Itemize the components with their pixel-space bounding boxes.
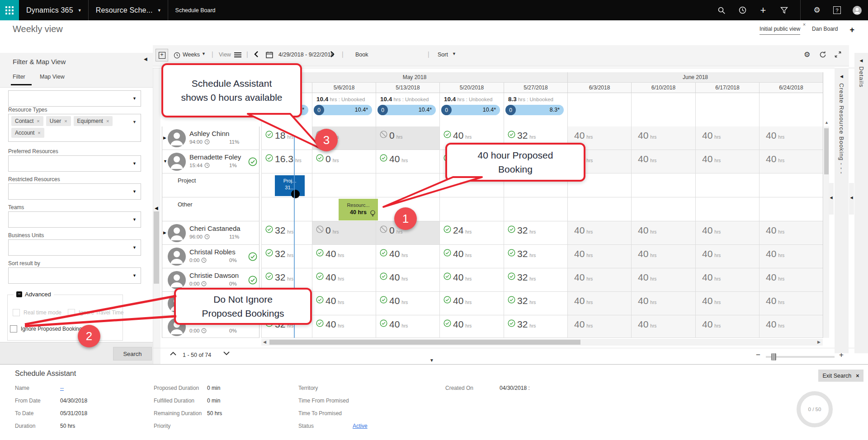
column-header-date[interactable]: 6/10/2018	[631, 83, 695, 93]
schedule-cell[interactable]: 40hrs	[695, 221, 759, 245]
schedule-cell[interactable]: 40hrs	[759, 245, 823, 268]
chevron-down-icon[interactable]: ▼	[157, 8, 161, 13]
group-row[interactable]: Project	[162, 173, 259, 197]
schedule-cell[interactable]: 40hrs	[312, 268, 376, 292]
schedule-cell[interactable]	[312, 173, 376, 197]
collapse-resource-icon[interactable]: ▼	[163, 159, 167, 164]
preferred-resources-select[interactable]: ▼	[8, 155, 141, 172]
schedule-cell[interactable]: 32hrs	[504, 315, 567, 338]
schedule-cell[interactable]	[504, 197, 567, 221]
schedule-cell[interactable]: 40hrs	[376, 292, 439, 315]
schedule-cell[interactable]: 32hrs	[504, 292, 567, 315]
book-button[interactable]: Book	[355, 51, 368, 58]
schedule-cell[interactable]: 40hrs	[759, 150, 823, 173]
teams-select[interactable]: ▼	[8, 211, 141, 228]
schedule-cell[interactable]: 0hrs	[312, 150, 376, 173]
schedule-cell[interactable]	[759, 197, 823, 221]
filter-combobox[interactable]: ▼	[8, 90, 141, 107]
resource-type-chip[interactable]: User×	[46, 116, 71, 126]
schedule-cell[interactable]: 40hrs	[631, 245, 695, 268]
zoom-out-icon[interactable]: −	[756, 351, 760, 360]
schedule-cell[interactable]: 40hrs	[695, 150, 759, 173]
user-avatar[interactable]	[853, 6, 862, 15]
schedule-cell[interactable]: 40hrs	[567, 268, 631, 292]
schedule-cell[interactable]: 18hrs	[261, 126, 312, 150]
expand-board-icon[interactable]: +	[156, 49, 168, 61]
schedule-cell[interactable]	[695, 197, 759, 221]
column-header-date[interactable]: 6/17/2018	[695, 83, 759, 93]
list-view-icon[interactable]	[234, 52, 241, 59]
schedule-cell[interactable]: 40hrs	[759, 126, 823, 150]
plus-icon[interactable]: +	[759, 6, 768, 15]
remove-chip-icon[interactable]: ×	[106, 118, 109, 124]
exit-search-button[interactable]: Exit Search ×	[818, 370, 863, 382]
schedule-cell[interactable]: 40hrs	[439, 268, 504, 292]
schedule-cell[interactable]: 16.3hrs	[261, 150, 312, 173]
column-header-date[interactable]: 6/24/2018	[759, 83, 823, 93]
schedule-cell[interactable]: 40hrs	[312, 245, 376, 268]
schedule-cell[interactable]: 32hrs	[504, 268, 567, 292]
zoom-slider-thumb[interactable]	[771, 353, 776, 360]
remove-chip-icon[interactable]: ×	[37, 118, 39, 124]
schedule-cell[interactable]: 40hrs	[631, 221, 695, 245]
add-board-tab-button[interactable]: +	[849, 25, 854, 35]
schedule-cell[interactable]: 40hrs	[439, 292, 504, 315]
schedule-cell[interactable]: 32hrs	[261, 245, 312, 268]
schedule-cell[interactable]	[376, 173, 439, 197]
schedule-cell[interactable]	[439, 197, 504, 221]
schedule-cell[interactable]: 40hrs	[376, 315, 439, 338]
schedule-cell[interactable]: 40hrs	[312, 292, 376, 315]
chevron-down-icon[interactable]: ▼	[452, 51, 456, 56]
view-button[interactable]: View	[219, 51, 231, 58]
business-units-select[interactable]: ▼	[8, 239, 141, 256]
expand-results-icon[interactable]	[223, 351, 230, 357]
schedule-cell[interactable]: 40hrs	[631, 315, 695, 338]
schedule-cell[interactable]: 0hrs	[376, 126, 439, 150]
help-icon[interactable]: ?	[833, 6, 841, 14]
rail-handle[interactable]: ◀	[849, 183, 854, 215]
restricted-resources-select[interactable]: ▼	[8, 183, 141, 200]
assistant-field-value-link[interactable]: Active	[353, 423, 368, 429]
details-rail[interactable]: ◀ Details	[854, 53, 868, 353]
scrollbar-thumb[interactable]	[824, 128, 829, 174]
create-resource-booking-rail[interactable]: ◀ Create Resource Booking - - -	[835, 68, 849, 353]
booking-block-proposed[interactable]: Resourc...40 hrs	[339, 199, 378, 220]
schedule-cell[interactable]: 40hrs	[631, 268, 695, 292]
schedule-cell[interactable]: 32hrs	[504, 245, 567, 268]
expand-resource-icon[interactable]: ▶	[163, 230, 166, 235]
previous-range-icon[interactable]	[254, 51, 259, 59]
schedule-cell[interactable]: 40hrs	[376, 268, 439, 292]
schedule-cell[interactable]: 40hrs	[439, 315, 504, 338]
advanced-legend[interactable]: − Advanced	[14, 291, 54, 298]
waffle-menu-icon[interactable]	[0, 0, 19, 20]
tab-map-view[interactable]: Map View	[40, 74, 65, 80]
collapse-advanced-icon[interactable]: −	[16, 291, 22, 297]
refresh-icon[interactable]	[819, 51, 826, 60]
resource-type-chip[interactable]: Account×	[11, 128, 44, 138]
resource-row[interactable]: Christal Robles0:00 0%	[162, 245, 259, 268]
scrollbar-thumb[interactable]	[154, 211, 159, 284]
search-button[interactable]: Search	[113, 347, 152, 360]
schedule-cell[interactable]: 40hrs	[695, 292, 759, 315]
schedule-cell[interactable]: 40hrs	[759, 292, 823, 315]
schedule-cell[interactable]: 40hrs	[695, 245, 759, 268]
schedule-cell[interactable]: 40hrs	[567, 245, 631, 268]
group-row[interactable]: Other	[162, 197, 259, 221]
column-header-date[interactable]: 5/13/2018	[376, 83, 439, 93]
schedule-cell[interactable]: 40hrs	[567, 221, 631, 245]
tab-initial-public-view[interactable]: Initial public view ×	[760, 26, 800, 35]
resource-type-chip[interactable]: Contact×	[11, 116, 43, 126]
column-header-date[interactable]: 5/20/2018	[439, 83, 504, 93]
column-header-date[interactable]: 5/6/2018	[312, 83, 376, 93]
search-icon[interactable]	[717, 6, 726, 15]
module-title[interactable]: Resource Sche...	[96, 6, 153, 14]
remove-chip-icon[interactable]: ×	[38, 130, 40, 136]
schedule-cell[interactable]: 40hrs	[631, 292, 695, 315]
close-tab-icon[interactable]: ×	[803, 22, 806, 27]
schedule-cell[interactable]: 40hrs	[376, 150, 439, 173]
remove-chip-icon[interactable]: ×	[64, 118, 67, 124]
recent-history-icon[interactable]	[738, 6, 747, 15]
resource-row[interactable]: ▼Bernadette Foley15:44 1%	[162, 150, 259, 173]
scroll-right-icon[interactable]: ▶	[817, 340, 821, 344]
schedule-cell[interactable]	[695, 173, 759, 197]
